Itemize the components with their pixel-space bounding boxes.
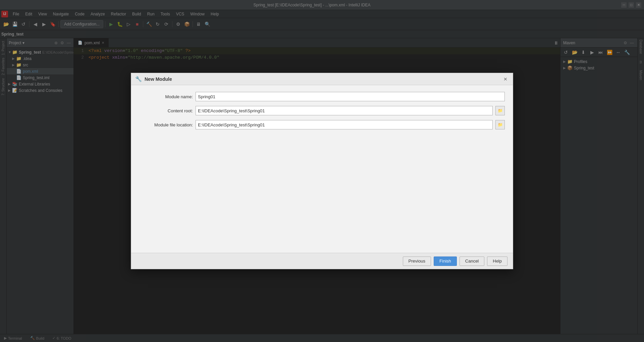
modal-body: Module name: Content root: 📁 Module file… xyxy=(131,85,513,253)
module-file-input[interactable] xyxy=(196,120,493,129)
previous-button[interactable]: Previous xyxy=(403,256,431,266)
module-name-input[interactable] xyxy=(196,92,505,101)
module-file-browse-btn[interactable]: 📁 xyxy=(495,120,505,129)
content-root-browse-btn[interactable]: 📁 xyxy=(495,106,505,115)
module-file-row: Module file location: 📁 xyxy=(139,120,505,129)
content-root-input[interactable] xyxy=(196,106,493,115)
cancel-button[interactable]: Cancel xyxy=(460,256,484,266)
module-name-row: Module name: xyxy=(139,92,505,101)
modal-footer: Previous Finish Cancel Help xyxy=(131,253,513,269)
content-root-label: Content root: xyxy=(139,108,193,113)
modal-header: 🔧 New Module ✕ xyxy=(131,73,513,85)
module-file-label: Module file location: xyxy=(139,122,193,127)
module-name-label: Module name: xyxy=(139,94,193,99)
content-root-row: Content root: 📁 xyxy=(139,106,505,115)
finish-button[interactable]: Finish xyxy=(434,256,457,266)
modal-close-button[interactable]: ✕ xyxy=(502,76,509,82)
modal-title: New Module xyxy=(145,76,499,82)
new-module-dialog: 🔧 New Module ✕ Module name: Content root… xyxy=(131,73,513,269)
help-button[interactable]: Help xyxy=(487,256,507,266)
modal-icon: 🔧 xyxy=(135,76,142,82)
